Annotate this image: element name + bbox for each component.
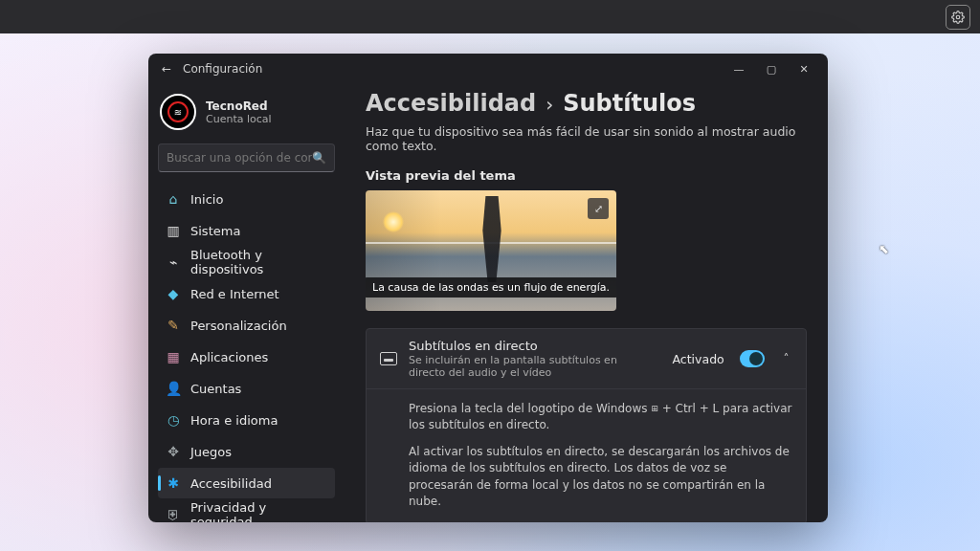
sidebar-item-privacidad-y-seguridad[interactable]: ⛨Privacidad y seguridad <box>158 499 335 522</box>
sidebar-item-cuentas[interactable]: 👤Cuentas <box>158 373 335 404</box>
hora-e-idioma-icon: ◷ <box>166 412 181 428</box>
sidebar: ≋ TecnoRed Cuenta local 🔍 ⌂Inicio▥Sistem… <box>148 84 345 522</box>
sidebar-item-label: Juegos <box>190 445 232 459</box>
privacidad-y-seguridad-icon: ⛨ <box>166 507 181 522</box>
toggle-state-label: Activado <box>673 352 724 366</box>
chevron-right-icon: › <box>546 93 553 116</box>
sidebar-item-hora-e-idioma[interactable]: ◷Hora e idioma <box>158 405 335 435</box>
search-box[interactable]: 🔍 <box>158 143 335 172</box>
sidebar-item-bluetooth-y-dispositivos[interactable]: ⌁Bluetooth y dispositivos <box>158 247 335 277</box>
breadcrumb-parent[interactable]: Accesibilidad <box>366 90 536 117</box>
account-subtitle: Cuenta local <box>206 113 272 125</box>
chevron-up-icon[interactable]: ˄ <box>784 352 793 365</box>
back-button[interactable]: ← <box>156 62 177 76</box>
app-top-bar <box>0 0 980 33</box>
personalizaci-n-icon: ✎ <box>166 318 181 333</box>
juegos-icon: ✥ <box>166 444 181 459</box>
live-captions-toggle[interactable] <box>740 350 765 367</box>
aplicaciones-icon: ▦ <box>166 349 181 364</box>
sidebar-item-aplicaciones[interactable]: ▦Aplicaciones <box>158 342 335 372</box>
windows-key-icon: ⊞ <box>651 403 658 415</box>
accesibilidad-icon: ✱ <box>166 475 181 491</box>
preview-caption: La causa de las ondas es un flujo de ene… <box>366 277 616 298</box>
page-subtitle: Haz que tu dispositivo sea más fácil de … <box>366 124 807 153</box>
sidebar-item-label: Red e Internet <box>190 287 279 301</box>
nav-list: ⌂Inicio▥Sistema⌁Bluetooth y dispositivos… <box>158 184 335 522</box>
live-captions-subtitle: Se incluirán en la pantalla subtítulos e… <box>409 354 650 379</box>
search-input[interactable] <box>167 151 312 165</box>
breadcrumb: Accesibilidad › Subtítulos <box>366 90 807 117</box>
live-captions-title: Subtítulos en directo <box>409 339 650 353</box>
live-captions-card: Subtítulos en directo Se incluirán en la… <box>366 328 807 522</box>
live-captions-header[interactable]: Subtítulos en directo Se incluirán en la… <box>367 329 806 388</box>
mouse-cursor: ⬉ <box>879 242 889 256</box>
sidebar-item-inicio[interactable]: ⌂Inicio <box>158 184 335 214</box>
maximize-button[interactable]: ▢ <box>755 54 788 84</box>
desktop-wallpaper[interactable]: ⬉ ← Configuración — ▢ ✕ ≋ TecnoRed Cuent… <box>0 0 980 551</box>
titlebar[interactable]: ← Configuración — ▢ ✕ <box>148 54 828 84</box>
sidebar-item-label: Accesibilidad <box>190 476 272 491</box>
sidebar-item-label: Hora e idioma <box>190 413 278 428</box>
live-captions-details: Presiona la tecla del logotipo de Window… <box>367 388 806 522</box>
svg-point-0 <box>956 15 960 19</box>
preview-heading: Vista previa del tema <box>366 168 807 183</box>
gear-icon[interactable] <box>946 5 970 30</box>
avatar: ≋ <box>160 94 196 130</box>
account-name: TecnoRed <box>206 99 272 113</box>
sidebar-item-accesibilidad[interactable]: ✱Accesibilidad <box>158 468 335 498</box>
sidebar-item-red-e-internet[interactable]: ◆Red e Internet <box>158 278 335 309</box>
sistema-icon: ▥ <box>166 223 181 238</box>
expand-icon[interactable]: ⤢ <box>588 198 609 219</box>
theme-preview: ⤢ La causa de las ondas es un flujo de e… <box>366 190 616 311</box>
window-title: Configuración <box>183 62 262 76</box>
captions-icon <box>380 352 397 365</box>
sidebar-item-personalizaci-n[interactable]: ✎Personalización <box>158 310 335 341</box>
sidebar-item-label: Sistema <box>190 224 240 238</box>
inicio-icon: ⌂ <box>166 191 181 207</box>
sidebar-item-label: Inicio <box>190 192 223 207</box>
sidebar-item-label: Personalización <box>190 319 287 333</box>
sidebar-item-label: Privacidad y seguridad <box>190 500 327 522</box>
sidebar-item-juegos[interactable]: ✥Juegos <box>158 436 335 467</box>
close-button[interactable]: ✕ <box>788 54 820 84</box>
sidebar-item-label: Aplicaciones <box>190 350 268 364</box>
bluetooth-y-dispositivos-icon: ⌁ <box>166 254 181 270</box>
sidebar-item-sistema[interactable]: ▥Sistema <box>158 215 335 246</box>
cuentas-icon: 👤 <box>166 381 181 396</box>
search-icon: 🔍 <box>312 151 326 165</box>
breadcrumb-current: Subtítulos <box>563 90 696 117</box>
minimize-button[interactable]: — <box>723 54 755 84</box>
content-area[interactable]: Accesibilidad › Subtítulos Haz que tu di… <box>345 84 828 522</box>
settings-window: ← Configuración — ▢ ✕ ≋ TecnoRed Cuenta … <box>148 54 828 522</box>
sidebar-item-label: Cuentas <box>190 382 241 396</box>
account-block[interactable]: ≋ TecnoRed Cuenta local <box>158 90 335 140</box>
sidebar-item-label: Bluetooth y dispositivos <box>190 248 327 276</box>
red-e-internet-icon: ◆ <box>166 286 181 301</box>
